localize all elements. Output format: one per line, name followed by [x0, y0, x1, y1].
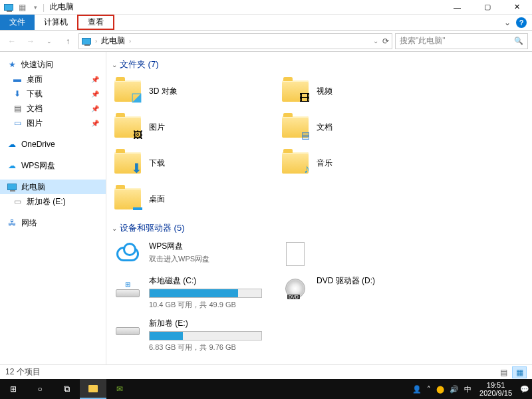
quick-access-toolbar: ▦ ▾ |: [0, 1, 45, 13]
address-bar[interactable]: › 此电脑 › ⌄ ⟳: [78, 33, 392, 49]
folder-icon: ◪: [113, 76, 142, 106]
folder-desktop[interactable]: ▬ 桌面: [112, 182, 271, 215]
breadcrumb-root[interactable]: 此电脑: [101, 35, 125, 47]
device-title: 新加卷 (E:): [149, 318, 270, 329]
folders-grid: ◪ 3D 对象 🎞 视频 🖼 图片 ▤ 文档 ⬇ 下载 ♪ 音乐: [112, 74, 527, 215]
security-icon[interactable]: ⬤: [436, 385, 444, 394]
tab-view[interactable]: 查看: [77, 15, 114, 30]
clock-date: 2020/9/15: [479, 389, 512, 397]
chevron-down-icon: ⌄: [112, 61, 117, 68]
search-placeholder: 搜索"此电脑": [400, 35, 446, 47]
file-icon: [281, 241, 310, 267]
folder-icon: ▬: [113, 184, 142, 213]
volume-icon[interactable]: 🔊: [450, 385, 459, 394]
folder-label: 桌面: [149, 194, 165, 205]
sidebar-this-pc[interactable]: 此电脑: [0, 180, 106, 194]
folder-pictures[interactable]: 🖼 图片: [112, 110, 271, 144]
icons-view-button[interactable]: ▦: [512, 366, 527, 378]
folder-downloads[interactable]: ⬇ 下载: [112, 146, 271, 180]
details-view-button[interactable]: ▤: [496, 366, 511, 378]
breadcrumb-sep-icon[interactable]: ›: [95, 38, 97, 45]
ribbon-expand-icon[interactable]: ⌄: [504, 18, 511, 27]
folder-3d-objects[interactable]: ◪ 3D 对象: [112, 74, 271, 108]
status-bar: 12 个项目 ▤ ▦: [0, 364, 532, 379]
download-icon: ⬇: [12, 88, 23, 99]
device-blank-file[interactable]: [279, 238, 439, 270]
folder-label: 视频: [317, 86, 332, 97]
task-view-button[interactable]: ⧉: [53, 379, 80, 399]
drive-icon: ⊞: [113, 275, 142, 302]
clock-time: 19:51: [479, 381, 512, 389]
location-icon: [82, 38, 91, 45]
tray-expand-icon[interactable]: ˄: [427, 385, 431, 394]
device-sub: 6.83 GB 可用，共 9.76 GB: [149, 342, 270, 352]
minimize-button[interactable]: —: [442, 0, 472, 15]
people-icon[interactable]: 👤: [412, 385, 422, 394]
taskbar: ⊞ ○ ⧉ ✉ 👤 ˄ ⬤ 🔊 中 19:51 2020/9/15 💬: [0, 379, 532, 399]
window-controls: — ▢ ✕: [442, 0, 532, 15]
device-sub: 双击进入WPS网盘: [149, 254, 270, 264]
sidebar-item-label: 下载: [27, 88, 43, 100]
device-sub: 10.4 GB 可用，共 49.9 GB: [149, 300, 270, 310]
address-dropdown-icon[interactable]: ⌄: [373, 37, 378, 45]
folder-music[interactable]: ♪ 音乐: [279, 146, 439, 180]
close-button[interactable]: ✕: [502, 0, 532, 15]
folder-icon: ♪: [281, 148, 310, 178]
device-c-drive[interactable]: ⊞ 本地磁盘 (C:) 10.4 GB 可用，共 49.9 GB: [112, 273, 271, 313]
ime-icon[interactable]: 中: [464, 384, 471, 394]
maximize-button[interactable]: ▢: [472, 0, 502, 15]
folder-documents[interactable]: ▤ 文档: [279, 110, 439, 144]
section-title: 文件夹 (7): [120, 59, 159, 70]
help-icon[interactable]: ?: [516, 17, 527, 28]
usage-bar: [149, 331, 262, 340]
back-button[interactable]: ←: [4, 33, 20, 49]
recent-locations-button[interactable]: ⌄: [41, 33, 57, 49]
sidebar-wps[interactable]: ☁ WPS网盘: [0, 158, 106, 173]
tab-computer[interactable]: 计算机: [35, 15, 77, 30]
sidebar-item-documents[interactable]: ▤ 文档 📌: [0, 101, 106, 116]
qat-properties-icon[interactable]: ▦: [16, 1, 28, 13]
section-devices-header[interactable]: ⌄ 设备和驱动器 (5): [112, 222, 527, 234]
sidebar-item-label: 网络: [21, 217, 37, 229]
folder-videos[interactable]: 🎞 视频: [279, 74, 439, 108]
device-e-drive[interactable]: 新加卷 (E:) 6.83 GB 可用，共 9.76 GB: [112, 315, 271, 355]
folder-icon: 🖼: [113, 112, 142, 142]
cortana-button[interactable]: ○: [27, 379, 53, 399]
ribbon-tabs: 文件 计算机 查看 ⌄ ?: [0, 15, 532, 31]
desktop-icon: ▬: [12, 74, 23, 84]
device-title: WPS网盘: [149, 241, 270, 252]
sidebar-network[interactable]: 🖧 网络: [0, 215, 106, 230]
sidebar-item-downloads[interactable]: ⬇ 下载 📌: [0, 86, 106, 101]
device-dvd[interactable]: DVD DVD 驱动器 (D:): [279, 273, 439, 313]
wechat-taskbar-icon[interactable]: ✉: [106, 379, 133, 399]
sidebar-item-label: 新加卷 (E:): [27, 196, 66, 207]
breadcrumb-sep-icon[interactable]: ›: [129, 38, 131, 45]
folder-label: 图片: [149, 122, 165, 133]
sidebar-new-volume[interactable]: ▭ 新加卷 (E:): [0, 194, 106, 209]
cloud-icon: ☁: [7, 139, 17, 150]
refresh-icon[interactable]: ⟳: [382, 37, 389, 46]
pin-icon: 📌: [91, 90, 99, 98]
search-icon[interactable]: 🔍: [514, 37, 523, 45]
sidebar-onedrive[interactable]: ☁ OneDrive: [0, 137, 106, 152]
sidebar-item-pictures[interactable]: ▭ 图片 📌: [0, 116, 106, 130]
up-button[interactable]: ↑: [60, 33, 76, 49]
section-folders-header[interactable]: ⌄ 文件夹 (7): [112, 59, 527, 70]
pin-icon: 📌: [91, 105, 99, 112]
usage-bar: [149, 289, 262, 298]
qat-dropdown-icon[interactable]: ▾: [29, 1, 41, 13]
device-wps[interactable]: WPS网盘 双击进入WPS网盘: [112, 238, 271, 270]
clock[interactable]: 19:51 2020/9/15: [477, 381, 515, 397]
app-icon[interactable]: [3, 1, 15, 13]
monitor-icon: [7, 182, 17, 192]
cloud-icon: [113, 241, 142, 267]
chevron-down-icon: ⌄: [112, 225, 117, 232]
sidebar-item-desktop[interactable]: ▬ 桌面 📌: [0, 72, 106, 86]
tab-file[interactable]: 文件: [0, 15, 35, 30]
start-button[interactable]: ⊞: [0, 379, 27, 399]
forward-button[interactable]: →: [23, 33, 39, 49]
sidebar-quick-access[interactable]: ★ 快速访问: [0, 57, 106, 72]
search-input[interactable]: 搜索"此电脑" 🔍: [395, 33, 528, 49]
explorer-taskbar-icon[interactable]: [80, 379, 106, 399]
action-center-icon[interactable]: 💬: [520, 385, 529, 394]
